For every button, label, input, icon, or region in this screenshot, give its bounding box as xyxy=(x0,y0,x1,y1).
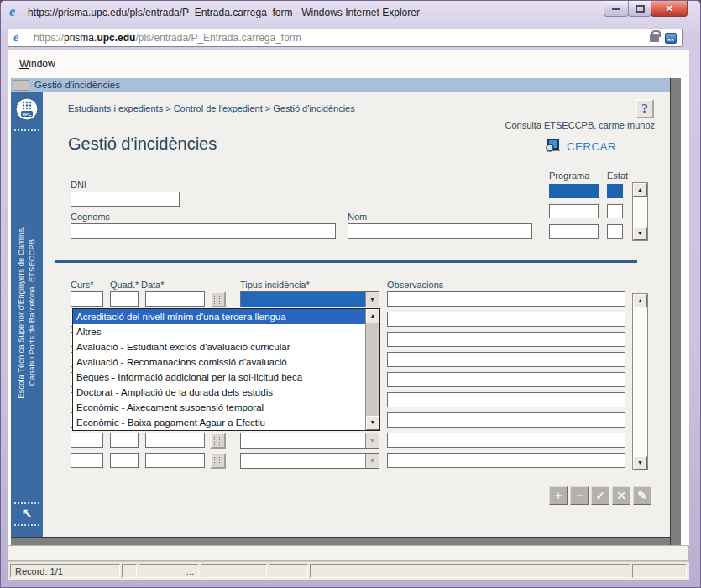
edit-button[interactable]: ✎ xyxy=(633,486,651,505)
grid-scrollbar[interactable]: ▲ ▼ xyxy=(632,293,648,470)
observacions-input[interactable] xyxy=(387,412,625,428)
lock-icon xyxy=(650,34,659,42)
calendar-icon xyxy=(213,436,222,445)
calendar-button[interactable] xyxy=(210,433,226,449)
sidebar-divider xyxy=(14,524,39,526)
observacions-input[interactable] xyxy=(387,433,625,448)
collapse-arrow-icon[interactable]: ↖ xyxy=(11,506,43,521)
dropdown-option[interactable]: Doctorat - Ampliació de la durada dels e… xyxy=(73,385,365,400)
observacions-input[interactable] xyxy=(387,372,625,387)
curs-input[interactable] xyxy=(71,453,103,468)
dropdown-option[interactable]: Econòmic - Aixecament suspensió temporal xyxy=(73,400,365,415)
observacions-input[interactable] xyxy=(387,332,625,347)
browser-client: Window Gestió d'incidències xyxy=(8,50,689,579)
calendar-button[interactable] xyxy=(210,291,226,307)
observacions-header: Observacions xyxy=(387,280,443,290)
dropdown-option[interactable]: Altres xyxy=(73,324,365,339)
add-record-button[interactable]: + xyxy=(549,486,568,505)
observacions-input[interactable] xyxy=(387,352,625,367)
record-toolbar: + − ✓ ✕ ✎ xyxy=(549,486,651,505)
scroll-down-icon[interactable]: ▼ xyxy=(633,456,647,470)
ie-icon: e xyxy=(13,31,27,45)
dropdown-option[interactable]: Beques - Informació addicional per la so… xyxy=(73,370,365,385)
programa-cell[interactable] xyxy=(549,224,599,239)
sidebar: UPC Escola Tècnica Superior d'Enginyers … xyxy=(11,92,43,537)
data-header: Data* xyxy=(141,280,165,290)
cercar-button[interactable]: CERCAR xyxy=(543,138,616,155)
scroll-down-icon[interactable]: ▼ xyxy=(366,416,379,430)
forms-applet: Gestió d'incidències UPC xyxy=(11,78,681,545)
dni-label: DNI xyxy=(71,180,86,190)
minimize-button[interactable] xyxy=(604,1,629,17)
url-path: /pls/entrada/P_Entrada.carrega_form xyxy=(135,32,301,44)
dni-input[interactable] xyxy=(71,192,180,207)
compatibility-view-icon[interactable] xyxy=(665,33,677,44)
tipus-combo[interactable]: ▼ xyxy=(240,453,379,469)
status-ellipsis: ... xyxy=(139,564,199,578)
chevron-down-icon[interactable]: ▼ xyxy=(365,454,379,468)
url-scheme: https:// xyxy=(34,32,64,44)
chevron-down-icon[interactable]: ▼ xyxy=(365,433,379,448)
ie-icon: e xyxy=(9,5,23,18)
menu-bar: Window xyxy=(8,50,689,78)
chevron-down-icon[interactable]: ▼ xyxy=(365,292,379,307)
applet-header: Gestió d'incidències xyxy=(11,78,670,92)
observacions-input[interactable] xyxy=(387,453,625,468)
tipus-combo[interactable]: ▼ xyxy=(240,433,379,449)
quad-input[interactable] xyxy=(110,453,139,468)
status-cell xyxy=(201,564,267,578)
data-input[interactable] xyxy=(145,453,205,468)
programa-cell[interactable] xyxy=(549,204,599,218)
menu-window[interactable]: Window xyxy=(19,58,55,70)
browser-window: e https://prisma.upc.edu/pls/entrada/P_E… xyxy=(0,0,701,588)
cancel-button[interactable]: ✕ xyxy=(612,486,630,505)
calendar-button[interactable] xyxy=(210,453,226,469)
scroll-up-icon[interactable]: ▲ xyxy=(633,183,647,197)
programa-cell-selected[interactable] xyxy=(549,184,599,198)
observacions-input[interactable] xyxy=(387,392,625,407)
quad-input[interactable] xyxy=(110,291,139,307)
url-text[interactable]: https://prisma.upc.edu/pls/entrada/P_Ent… xyxy=(34,32,650,44)
observacions-input[interactable] xyxy=(387,312,625,327)
data-input[interactable] xyxy=(145,291,205,307)
programa-label: Programa xyxy=(549,171,589,181)
accept-button[interactable]: ✓ xyxy=(591,486,609,505)
status-cell xyxy=(122,564,137,578)
horizontal-scrollbar[interactable] xyxy=(8,545,689,561)
cognoms-input[interactable] xyxy=(71,223,336,239)
observacions-input[interactable] xyxy=(387,291,625,307)
curs-input[interactable] xyxy=(71,433,103,448)
estat-cell[interactable] xyxy=(607,204,623,218)
nom-input[interactable] xyxy=(348,223,532,239)
titlebar[interactable]: e https://prisma.upc.edu/pls/entrada/P_E… xyxy=(1,1,700,24)
curs-input[interactable] xyxy=(71,291,103,307)
upc-logo: UPC xyxy=(15,97,39,121)
school-name-line2: Canals i Ports de Barcelona. ETSECCPB xyxy=(26,136,37,489)
programa-scrollbar[interactable]: ▲ ▼ xyxy=(632,182,648,241)
scroll-up-icon[interactable]: ▲ xyxy=(633,294,647,307)
dropdown-option[interactable]: Avaluació - Recomanacions comissió d'ava… xyxy=(73,354,365,370)
content-canvas: Estudiants i expedients > Control de l'e… xyxy=(43,92,670,537)
estat-cell[interactable] xyxy=(607,224,623,239)
help-button[interactable]: ? xyxy=(636,99,654,118)
scroll-down-icon[interactable]: ▼ xyxy=(633,227,647,240)
estat-cell-selected[interactable] xyxy=(607,184,623,198)
window-controls: ✕ xyxy=(604,1,688,17)
close-button[interactable]: ✕ xyxy=(651,1,688,17)
quad-input[interactable] xyxy=(110,433,139,448)
address-bar[interactable]: e https://prisma.upc.edu/pls/entrada/P_E… xyxy=(8,29,683,47)
tipus-combo-focused[interactable]: ▼ xyxy=(240,291,379,307)
maximize-button[interactable] xyxy=(628,1,651,17)
tipus-combo-value xyxy=(241,292,365,307)
scroll-up-icon[interactable]: ▲ xyxy=(366,309,379,323)
cognoms-label: Cognoms xyxy=(71,212,110,222)
user-context: Consulta ETSECCPB, carme munoz xyxy=(505,120,655,130)
dropdown-scrollbar[interactable]: ▲ ▼ xyxy=(365,309,379,430)
data-input[interactable] xyxy=(145,433,205,448)
grid-row-1: ▼ xyxy=(43,291,670,307)
dropdown-option[interactable]: Econòmic - Baixa pagament Agaur a Efecti… xyxy=(73,415,365,430)
dropdown-option-selected[interactable]: Acreditació del nivell mínim d'una terce… xyxy=(73,309,365,324)
applet-header-title: Gestió d'incidències xyxy=(34,80,120,90)
dropdown-option[interactable]: Avaluació - Estudiant exclòs d'avaluació… xyxy=(73,339,365,354)
remove-record-button[interactable]: − xyxy=(570,486,589,505)
